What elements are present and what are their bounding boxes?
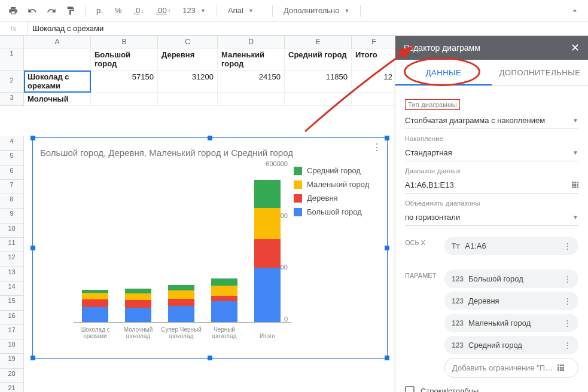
number-type-icon: 123 <box>452 275 464 283</box>
more-formatting-dropdown[interactable]: Дополнительно▼ <box>279 4 355 17</box>
cell[interactable]: 31200 <box>158 71 218 93</box>
currency-format-button[interactable]: р. <box>92 4 108 17</box>
row-header-2[interactable]: 2 <box>0 71 24 93</box>
row-header[interactable]: 6 <box>0 166 24 180</box>
tab-additional[interactable]: ДОПОЛНИТЕЛЬНЫЕ <box>492 60 588 85</box>
row-header[interactable]: 9 <box>0 209 24 223</box>
formula-bar-value[interactable]: Шоколад с орехами <box>28 24 108 33</box>
more-vert-icon[interactable]: ⋮ <box>563 274 571 283</box>
row-header-1[interactable]: 1 <box>0 48 24 71</box>
row-header[interactable]: 17 <box>0 325 24 339</box>
increase-decimal-button[interactable]: .00↑ <box>151 4 176 17</box>
annotation-arrow <box>299 36 437 137</box>
col-header-C[interactable]: C <box>158 36 218 48</box>
legend-item: Деревня <box>294 194 377 203</box>
series-pill[interactable]: 123Большой город⋮ <box>444 270 578 288</box>
series-pill[interactable]: 123Деревня⋮ <box>444 292 578 310</box>
legend-item: Большой город <box>294 207 377 216</box>
chevron-down-icon: ▼ <box>572 214 578 220</box>
row-header[interactable]: 18 <box>0 339 24 354</box>
more-vert-icon[interactable]: ⋮ <box>563 296 571 305</box>
chevron-down-icon: ▼ <box>572 149 578 156</box>
row-header[interactable]: 11 <box>0 238 24 252</box>
rows-cols-label: Строки/столбцы <box>421 387 479 393</box>
grid-range-icon[interactable] <box>572 182 578 188</box>
row-header[interactable]: 5 <box>0 151 24 165</box>
chevron-down-icon: ▼ <box>200 8 206 14</box>
row-header[interactable]: 4 <box>0 136 24 151</box>
more-vert-icon[interactable]: ⋮ <box>563 318 571 327</box>
print-icon[interactable] <box>5 4 22 18</box>
xaxis-section-label: ОСЬ X <box>405 233 437 246</box>
col-header-B[interactable]: B <box>91 36 158 48</box>
paint-format-icon[interactable] <box>62 4 79 18</box>
series-section-label: ПАРАМЕТ <box>405 266 437 279</box>
rows-cols-checkbox[interactable] <box>405 386 415 392</box>
cell[interactable] <box>24 48 91 71</box>
row-header[interactable]: 13 <box>0 267 24 281</box>
cell[interactable]: Молочный <box>24 93 91 106</box>
col-header-D[interactable]: D <box>218 36 285 48</box>
data-range-label: Диапазон данных <box>405 167 578 174</box>
col-header-A[interactable]: A <box>24 36 91 48</box>
chart-plot-area: 0200000400000600000Шоколад с орехамиМоло… <box>40 160 291 339</box>
more-vert-icon[interactable]: ⋮ <box>563 241 571 250</box>
more-vert-icon[interactable]: ⋮ <box>563 341 571 350</box>
number-type-icon: 123 <box>452 297 464 305</box>
row-header-3[interactable]: 3 <box>0 93 24 106</box>
number-type-icon: 123 <box>452 341 464 350</box>
cell[interactable]: Большой город <box>91 48 158 71</box>
data-range-input[interactable]: A1:A6,B1:E13 <box>405 177 578 194</box>
series-pill[interactable]: 123Средний город⋮ <box>444 336 578 354</box>
row-header[interactable]: 10 <box>0 223 24 238</box>
collapse-toolbar-button[interactable] <box>566 4 583 18</box>
series-pill[interactable]: 123Маленький город⋮ <box>444 314 578 332</box>
legend-item: Средний город <box>294 166 377 175</box>
cell[interactable] <box>158 93 218 106</box>
merge-ranges-label: Объединить диапазоны <box>405 200 578 207</box>
chart-legend: Средний городМаленький городДеревняБольш… <box>291 160 380 339</box>
cell[interactable] <box>91 93 158 106</box>
toolbar: р. % .0↓ .00↑ 123▼ Arial▼ Дополнительно▼ <box>0 0 588 22</box>
add-series-button[interactable]: Добавить ограничение "П… <box>444 358 578 378</box>
close-icon[interactable]: ✕ <box>571 41 580 54</box>
row-header[interactable]: 21 <box>0 383 24 392</box>
corner-cell[interactable] <box>0 36 24 48</box>
chevron-down-icon: ▼ <box>572 117 578 124</box>
chart-title: Большой город, Деревня, Маленький город … <box>33 138 387 160</box>
mouse-cursor: ➤ <box>296 387 309 392</box>
row-header[interactable]: 19 <box>0 354 24 368</box>
number-format-dropdown[interactable]: 123▼ <box>178 4 211 17</box>
font-dropdown[interactable]: Arial▼ <box>223 4 266 17</box>
chevron-down-icon: ▼ <box>345 8 350 14</box>
row-header[interactable]: 16 <box>0 311 24 325</box>
text-type-icon: Tᴛ <box>452 242 460 250</box>
cell[interactable]: 24150 <box>218 71 285 93</box>
row-header[interactable]: 15 <box>0 296 24 310</box>
fx-label: fx <box>0 22 28 35</box>
stacking-dropdown[interactable]: Стандартная▼ <box>405 145 578 161</box>
chart-object[interactable]: ⋮ Большой город, Деревня, Маленький горо… <box>32 137 388 359</box>
cell[interactable] <box>218 93 285 106</box>
row-header[interactable]: 7 <box>0 180 24 194</box>
chart-menu-icon[interactable]: ⋮ <box>372 142 381 153</box>
row-header[interactable]: 12 <box>0 252 24 267</box>
formula-bar: fx Шоколад с орехами <box>0 22 588 36</box>
cell[interactable]: Маленький город <box>218 48 285 71</box>
row-header[interactable]: 20 <box>0 369 24 383</box>
row-header[interactable]: 14 <box>0 281 24 296</box>
row-header[interactable]: 8 <box>0 194 24 209</box>
percent-format-button[interactable]: % <box>110 4 127 17</box>
grid-range-icon <box>557 365 564 371</box>
undo-icon[interactable] <box>24 4 41 18</box>
merge-ranges-dropdown[interactable]: по горизонтали▼ <box>405 209 578 226</box>
legend-item: Маленький город <box>294 180 377 189</box>
cell[interactable]: Деревня <box>158 48 218 71</box>
redo-icon[interactable] <box>43 4 60 18</box>
cell[interactable]: 57150 <box>91 71 158 93</box>
xaxis-range-pill[interactable]: Tᴛ A1:A6 ⋮ <box>444 237 578 255</box>
cell-selected[interactable]: Шоколад с орехами <box>24 71 91 93</box>
decrease-decimal-button[interactable]: .0↓ <box>129 4 148 17</box>
number-type-icon: 123 <box>452 319 464 327</box>
chevron-down-icon: ▼ <box>248 8 254 14</box>
